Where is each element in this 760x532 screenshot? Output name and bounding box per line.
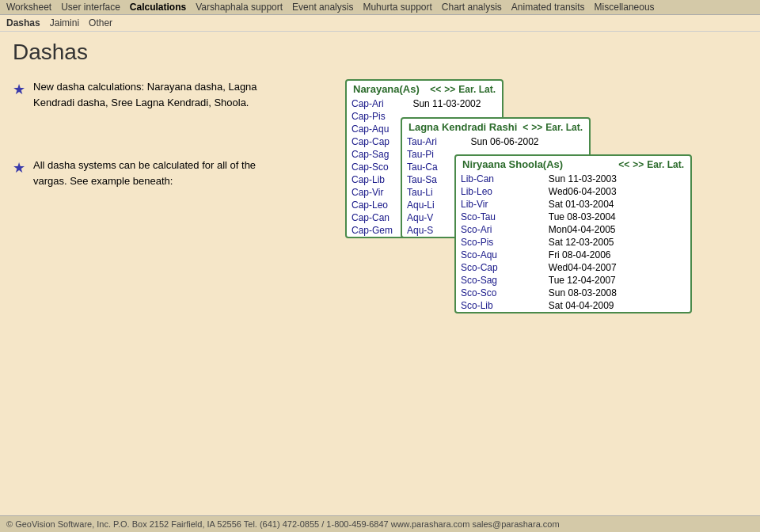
subnav-jaimini[interactable]: Jaimini: [50, 17, 79, 28]
page-title: Dashas: [13, 40, 747, 65]
lagna-prev[interactable]: <: [522, 122, 528, 133]
content-left: ★ New dasha calculations: Narayana dasha…: [13, 79, 298, 200]
niryaana-panel: Niryaana Shoola(As) << >> Ear. Lat. Lib-…: [454, 154, 692, 314]
table-row: Sco-AriMon04-04-2005: [456, 223, 690, 236]
niryaana-next[interactable]: >>: [633, 159, 644, 170]
lagna-title: Lagna Kendradi Rashi: [408, 121, 517, 133]
lagna-next[interactable]: >>: [531, 122, 542, 133]
table-row: Sco-TauTue 08-03-2004: [456, 211, 690, 223]
info-text-1: New dasha calculations: Narayana dasha, …: [33, 79, 287, 110]
table-row: Sco-CapWed04-04-2007: [456, 261, 690, 274]
nav-event-analysis[interactable]: Event analysis: [292, 2, 353, 13]
table-row: Tau-AriSun 06-06-2002: [402, 135, 589, 148]
nav-muhurta[interactable]: Muhurta support: [363, 2, 431, 13]
lagna-header: Lagna Kendradi Rashi < >> Ear. Lat.: [402, 119, 589, 135]
nav-varshaphala[interactable]: Varshaphala support: [196, 2, 283, 13]
nav-worksheet[interactable]: Worksheet: [6, 2, 51, 13]
main-content: Dashas ★ New dasha calculations: Narayan…: [0, 32, 760, 532]
narayana-earlat[interactable]: Ear. Lat.: [458, 84, 496, 95]
info-block-2: ★ All dasha systems can be calculated fo…: [13, 158, 298, 188]
panels-wrapper: ★ New dasha calculations: Narayana dasha…: [13, 79, 747, 364]
niryaana-earlat[interactable]: Ear. Lat.: [647, 159, 684, 170]
subnav-dashas[interactable]: Dashas: [6, 17, 40, 28]
lagna-earlat[interactable]: Ear. Lat.: [545, 122, 583, 133]
niryaana-nav: << >> Ear. Lat.: [618, 159, 684, 170]
narayana-header: Narayana(As) << >> Ear. Lat.: [347, 81, 502, 97]
table-row: Lib-LeoWed06-04-2003: [456, 185, 690, 198]
top-nav: Worksheet User interface Calculations Va…: [0, 0, 760, 15]
table-row: Sco-LibSat 04-04-2009: [456, 299, 690, 312]
table-row: Sco-ScoSun 08-03-2008: [456, 287, 690, 299]
nav-animated-transits[interactable]: Animated transits: [511, 2, 585, 13]
narayana-prev[interactable]: <<: [430, 84, 441, 95]
niryaana-title: Niryaana Shoola(As): [462, 158, 563, 170]
narayana-next[interactable]: >>: [444, 84, 455, 95]
nav-chart-analysis[interactable]: Chart analysis: [442, 2, 502, 13]
nav-user-interface[interactable]: User interface: [61, 2, 120, 13]
info-text-2: All dasha systems can be calculated for …: [33, 158, 287, 188]
table-row: Lib-VirSat 01-03-2004: [456, 198, 690, 211]
table-row: Lib-CanSun 11-03-2003: [456, 173, 690, 185]
subnav-other[interactable]: Other: [89, 17, 112, 28]
nav-calculations[interactable]: Calculations: [130, 2, 186, 13]
narayana-title: Narayana(As): [353, 83, 420, 95]
sub-nav: Dashas Jaimini Other: [0, 15, 760, 32]
info-block-1: ★ New dasha calculations: Narayana dasha…: [13, 79, 298, 110]
star-icon-2: ★: [13, 159, 25, 177]
narayana-nav: << >> Ear. Lat.: [430, 84, 496, 95]
nav-miscellaneous[interactable]: Miscellaneous: [595, 2, 655, 13]
table-row: Sco-PisSat 12-03-2005: [456, 236, 690, 249]
niryaana-header: Niryaana Shoola(As) << >> Ear. Lat.: [456, 156, 690, 173]
footer-text: © GeoVision Software, Inc. P.O. Box 2152…: [6, 519, 560, 529]
lagna-nav: < >> Ear. Lat.: [522, 122, 583, 133]
star-icon-1: ★: [13, 81, 25, 98]
table-row: Sco-AquFri 08-04-2006: [456, 249, 690, 261]
footer: © GeoVision Software, Inc. P.O. Box 2152…: [0, 515, 760, 532]
table-row: Cap-AriSun 11-03-2002: [347, 97, 502, 110]
niryaana-table: Lib-CanSun 11-03-2003 Lib-LeoWed06-04-20…: [456, 173, 690, 312]
niryaana-prev[interactable]: <<: [618, 159, 629, 170]
table-row: Sco-SagTue 12-04-2007: [456, 274, 690, 287]
